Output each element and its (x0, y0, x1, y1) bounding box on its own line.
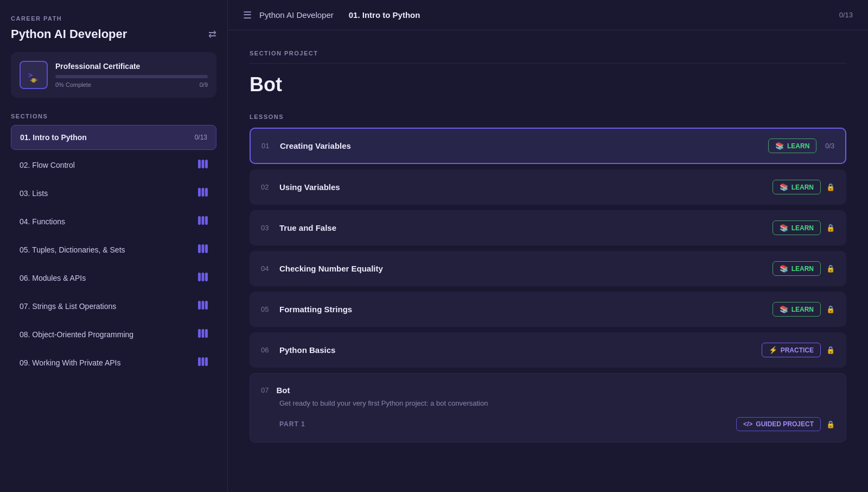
hamburger-icon[interactable]: ☰ (243, 9, 252, 21)
lesson-title: Creating Variables (280, 141, 351, 150)
project-title: Bot (276, 386, 290, 395)
learn-button[interactable]: 📚LEARN (768, 138, 816, 153)
svg-rect-15 (205, 244, 208, 253)
sidebar-item-lists[interactable]: 03. Lists (11, 180, 216, 206)
section-number-name: 04. Functions (20, 217, 65, 226)
sidebar-item-flowcontrol[interactable]: 02. Flow Control (11, 152, 216, 178)
learn-button[interactable]: 📚LEARN (773, 220, 821, 235)
svg-rect-14 (202, 244, 205, 253)
sidebar-title: Python AI Developer (11, 27, 127, 41)
cert-info: Professional Certificate 0% Complete 0/9 (55, 62, 208, 88)
progress-total: 0/9 (200, 81, 208, 88)
svg-rect-17 (202, 273, 205, 281)
lock-icon: 🔒 (826, 346, 835, 354)
book-icon: 📚 (775, 142, 784, 150)
learn-label: LEARN (792, 265, 814, 273)
section-project-title: Bot (250, 73, 846, 96)
progress-bar-bg (55, 75, 208, 78)
lesson-num: 06 (261, 346, 272, 354)
lock-icon: 🔒 (826, 264, 835, 273)
lesson-num: 04 (261, 264, 272, 273)
section-m-icon (198, 188, 208, 199)
svg-rect-20 (202, 301, 205, 310)
project-card[interactable]: 07 Bot Get ready to build your very firs… (250, 373, 846, 443)
lightning-icon: ⚡ (769, 346, 777, 354)
svg-rect-19 (198, 301, 201, 310)
svg-rect-6 (205, 160, 208, 168)
career-path-label: CAREER PATH (11, 15, 216, 22)
learn-label: LEARN (792, 224, 814, 232)
section-m-icon (198, 244, 208, 255)
lesson-card-01[interactable]: 01Creating Variables📚LEARN0/3 (250, 128, 846, 164)
guided-project-button[interactable]: </> GUIDED PROJECT (736, 417, 821, 431)
project-lock-icon: 🔒 (826, 420, 835, 428)
svg-rect-25 (198, 357, 201, 366)
topbar-path-name: Python AI Developer (259, 10, 334, 20)
section-project-label: SECTION PROJECT (250, 50, 846, 56)
lesson-title: Checking Number Equality (279, 264, 383, 273)
learn-label: LEARN (787, 142, 809, 150)
svg-rect-21 (205, 301, 208, 310)
section-m-icon (198, 329, 208, 340)
section-m-icon (198, 357, 208, 368)
progress-percent-label: 0% Complete (55, 81, 91, 88)
section-m-icon (198, 301, 208, 312)
sidebar-item-tuples,dictionaries,&sets[interactable]: 05. Tuples, Dictionaries, & Sets (11, 237, 216, 263)
section-number-name: 03. Lists (20, 189, 48, 198)
svg-rect-26 (202, 357, 205, 366)
section-number-name: 01. Intro to Python (20, 133, 87, 142)
svg-rect-11 (202, 216, 205, 225)
section-project-divider (250, 63, 846, 64)
lesson-card-04[interactable]: 04Checking Number Equality📚LEARN🔒 (250, 251, 846, 286)
lesson-num: 05 (261, 305, 272, 313)
refresh-icon[interactable]: ⇄ (208, 28, 216, 40)
code-icon: </> (743, 420, 752, 428)
main-area: ☰ Python AI Developer 01. Intro to Pytho… (228, 0, 868, 492)
svg-rect-27 (205, 357, 208, 366)
svg-rect-4 (198, 160, 201, 168)
lock-icon: 🔒 (826, 183, 835, 191)
sidebar-item-functions[interactable]: 04. Functions (11, 209, 216, 235)
section-number-name: 06. Modules & APIs (20, 274, 86, 282)
svg-rect-7 (198, 188, 201, 197)
sidebar-item-modules&apis[interactable]: 06. Modules & APIs (11, 265, 216, 291)
lesson-num: 03 (261, 224, 272, 232)
book-icon: 📚 (780, 183, 788, 191)
project-num: 07 (261, 386, 269, 394)
lesson-num: 01 (261, 142, 272, 150)
lesson-card-02[interactable]: 02Using Variables📚LEARN🔒 (250, 169, 846, 205)
lock-icon: 🔒 (826, 305, 835, 313)
sidebar-item-introtopython[interactable]: 01. Intro to Python0/13 (11, 125, 216, 150)
svg-rect-9 (205, 188, 208, 197)
lock-icon: 🔒 (826, 224, 835, 232)
section-badge: 0/13 (195, 134, 207, 141)
learn-button[interactable]: 📚LEARN (773, 180, 821, 194)
sections-list: 01. Intro to Python0/1302. Flow Control0… (11, 125, 216, 378)
learn-button[interactable]: 📚LEARN (773, 302, 821, 317)
section-m-icon (198, 216, 208, 227)
topbar-progress: 0/13 (839, 11, 853, 19)
section-number-name: 09. Working With Private APIs (20, 358, 120, 367)
lesson-title: Formatting Strings (279, 305, 352, 314)
svg-rect-12 (205, 216, 208, 225)
learn-button[interactable]: 📚LEARN (773, 261, 821, 276)
lesson-count-badge: 0/3 (825, 142, 834, 150)
sidebar: CAREER PATH Python AI Developer ⇄ >_ Pro… (0, 0, 228, 492)
lesson-card-05[interactable]: 05Formatting Strings📚LEARN🔒 (250, 292, 846, 327)
book-icon: 📚 (780, 305, 788, 313)
practice-button[interactable]: ⚡PRACTICE (762, 343, 821, 357)
section-m-icon (198, 273, 208, 283)
sidebar-item-workingwithprivateapis[interactable]: 09. Working With Private APIs (11, 350, 216, 376)
svg-rect-13 (198, 244, 201, 253)
section-number-name: 07. Strings & List Operations (20, 302, 116, 311)
lessons-list: 01Creating Variables📚LEARN0/302Using Var… (250, 128, 846, 368)
lesson-title: Using Variables (279, 182, 340, 192)
lesson-card-06[interactable]: 06Python Basics⚡PRACTICE🔒 (250, 332, 846, 368)
lesson-card-03[interactable]: 03True and False📚LEARN🔒 (250, 210, 846, 245)
part-label: PART 1 (279, 420, 305, 428)
sidebar-item-strings&listoperations[interactable]: 07. Strings & List Operations (11, 293, 216, 319)
sidebar-item-object-orientedprogramming[interactable]: 08. Object-Oriented Programming (11, 321, 216, 348)
certificate-card[interactable]: >_ Professional Certificate 0% Complete … (11, 52, 216, 98)
svg-rect-24 (205, 329, 208, 338)
book-icon: 📚 (780, 224, 788, 232)
